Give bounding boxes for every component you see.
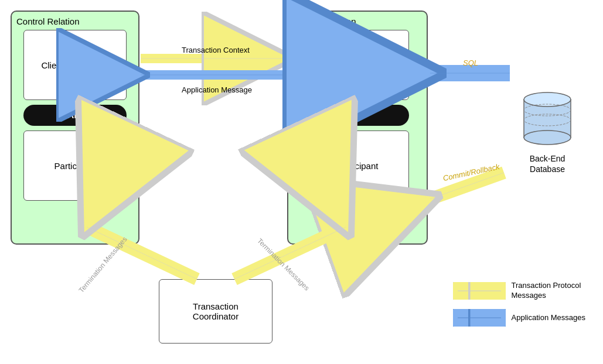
- left-participant-box: Participant: [23, 131, 127, 201]
- right-api-bar: API: [306, 105, 409, 126]
- diagram-container: Control Relation Client Application API …: [0, 0, 603, 364]
- web-service-box: Transaction- Aware Web Service: [306, 30, 409, 100]
- client-application-box: Client Application: [23, 30, 127, 100]
- protocol-messages-arrow-icon: [453, 282, 506, 300]
- commit-rollback-label: Commit/Rollback: [442, 162, 502, 183]
- protocol-messages-label: Transaction Protocol Messages: [512, 281, 581, 301]
- left-cr-label: Control Relation: [16, 16, 134, 26]
- right-cr-label: Control Relation: [293, 16, 422, 26]
- backend-database-container: Back-End Database: [515, 88, 580, 174]
- legend-protocol-messages: Transaction Protocol Messages: [453, 281, 585, 301]
- svg-line-26: [430, 173, 504, 199]
- right-participant-box: Participant: [306, 131, 409, 201]
- application-messages-arrow-icon: [453, 309, 506, 327]
- left-api-bar: API: [23, 105, 127, 126]
- transaction-context-label: Transaction Context: [182, 46, 250, 54]
- application-messages-label: Application Messages: [512, 313, 585, 323]
- database-icon: [521, 88, 574, 146]
- transaction-coordinator-box: Transaction Coordinator: [159, 279, 272, 344]
- legend: Transaction Protocol Messages Applicatio…: [453, 281, 585, 335]
- sql-label: SQL: [463, 59, 478, 67]
- svg-line-25: [430, 173, 504, 199]
- database-label: Back-End Database: [515, 153, 580, 174]
- right-control-relation: Control Relation Transaction- Aware Web …: [287, 11, 428, 245]
- legend-application-messages: Application Messages: [453, 309, 585, 327]
- left-control-relation: Control Relation Client Application API …: [11, 11, 139, 245]
- application-message-label: Application Message: [182, 85, 252, 94]
- svg-point-4: [524, 131, 571, 145]
